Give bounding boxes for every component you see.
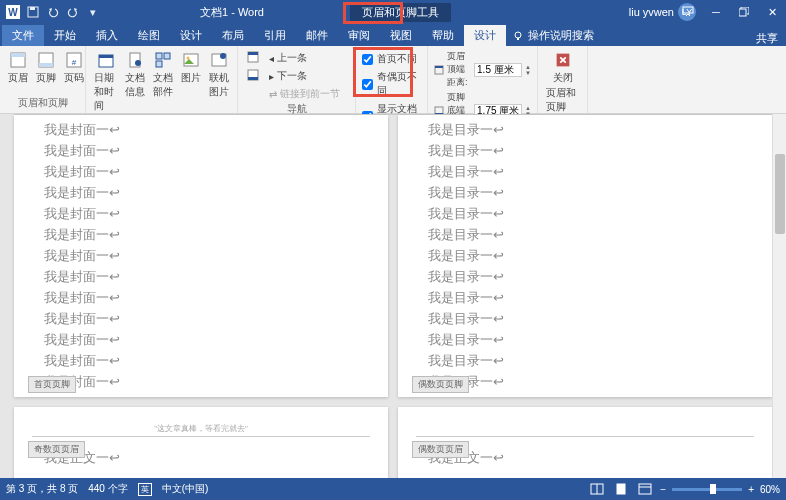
- header-footer-tag: 奇数页页眉: [28, 441, 85, 458]
- link-prev-button[interactable]: ⇄链接到前一节: [266, 86, 343, 102]
- doc-line: 我是封面一↩: [44, 268, 358, 286]
- doc-line: 我是封面一↩: [44, 331, 358, 349]
- page-4[interactable]: 偶数页页眉 我是正文一↩: [398, 407, 772, 478]
- doc-line: 我是封面一↩: [44, 247, 358, 265]
- language[interactable]: 中文(中国): [162, 482, 209, 496]
- spellcheck-icon[interactable]: 英: [138, 483, 152, 496]
- word-count[interactable]: 440 个字: [88, 482, 127, 496]
- svg-rect-5: [517, 38, 519, 40]
- page-header[interactable]: "这文章真棒，等看完就去": [32, 407, 370, 437]
- tab-review[interactable]: 审阅: [338, 25, 380, 46]
- tool-title: 页眉和页脚工具: [350, 3, 451, 22]
- doc-line: 我是目录一↩: [428, 268, 742, 286]
- bulb-icon: [512, 30, 524, 42]
- page-header[interactable]: [416, 407, 754, 437]
- tab-hf-design[interactable]: 设计: [464, 25, 506, 46]
- title-bar: W ▾ 文档1 - Word 页眉和页脚工具 liu yvwen LY ─ ✕: [0, 0, 786, 24]
- page-3[interactable]: "这文章真棒，等看完就去" 奇数页页眉 我是正文一↩: [14, 407, 388, 478]
- doc-line: 我是封面一↩: [44, 184, 358, 202]
- svg-rect-17: [164, 53, 170, 59]
- header-icon: [8, 50, 28, 70]
- svg-rect-16: [156, 53, 162, 59]
- print-layout-icon[interactable]: [612, 481, 630, 497]
- prev-button[interactable]: ◂上一条: [266, 50, 343, 66]
- doc-line: 我是目录一↩: [428, 184, 742, 202]
- header-distance-spinner[interactable]: 页眉顶端距离:▲▼: [434, 50, 531, 89]
- tell-me-search[interactable]: 操作说明搜索: [506, 25, 600, 46]
- goto-footer-icon: [246, 68, 260, 82]
- share-button[interactable]: 共享: [756, 31, 778, 46]
- doc-line: 我是目录一↩: [428, 226, 742, 244]
- ribbon-options-icon[interactable]: [674, 0, 702, 24]
- datetime-button[interactable]: 日期和时间: [92, 48, 119, 115]
- tab-layout[interactable]: 布局: [212, 25, 254, 46]
- doc-line: 我是封面一↩: [44, 289, 358, 307]
- docinfo-button[interactable]: 文档信息: [123, 48, 147, 101]
- tab-design[interactable]: 设计: [170, 25, 212, 46]
- tab-draw[interactable]: 绘图: [128, 25, 170, 46]
- goto-header-button[interactable]: [244, 48, 262, 66]
- header-dist-input[interactable]: [474, 63, 522, 77]
- page-2[interactable]: 我是目录一↩ 我是目录一↩ 我是目录一↩ 我是目录一↩ 我是目录一↩ 我是目录一…: [398, 115, 772, 397]
- first-page-diff-checkbox[interactable]: 首页不同: [362, 51, 417, 67]
- doc-line: 我是封面一↩: [44, 163, 358, 181]
- svg-rect-28: [435, 66, 443, 68]
- docinfo-icon: [125, 50, 145, 70]
- doc-line: 我是正文一↩: [44, 449, 358, 467]
- svg-rect-1: [30, 7, 35, 10]
- read-mode-icon[interactable]: [588, 481, 606, 497]
- document-title: 文档1 - Word: [200, 5, 264, 20]
- header-footer-tag: 偶数页页眉: [412, 441, 469, 458]
- minimize-icon[interactable]: ─: [702, 0, 730, 24]
- svg-rect-26: [248, 77, 258, 80]
- user-name: liu yvwen: [629, 6, 674, 18]
- tab-home[interactable]: 开始: [44, 25, 86, 46]
- page-1[interactable]: 我是封面一↩ 我是封面一↩ 我是封面一↩ 我是封面一↩ 我是封面一↩ 我是封面一…: [14, 115, 388, 397]
- scrollbar-thumb[interactable]: [775, 154, 785, 234]
- undo-icon[interactable]: [46, 5, 60, 19]
- header-button[interactable]: 页眉: [6, 48, 30, 87]
- tab-insert[interactable]: 插入: [86, 25, 128, 46]
- svg-rect-18: [156, 61, 162, 67]
- pagenum-button[interactable]: #页码: [62, 48, 86, 87]
- calendar-icon: [96, 50, 116, 70]
- tab-view[interactable]: 视图: [380, 25, 422, 46]
- save-icon[interactable]: [26, 5, 40, 19]
- vertical-scrollbar[interactable]: [772, 114, 786, 478]
- goto-footer-button[interactable]: [244, 66, 262, 84]
- svg-rect-34: [617, 484, 625, 494]
- svg-point-20: [187, 57, 190, 60]
- spinner-arrows[interactable]: ▲▼: [525, 64, 531, 76]
- footer-icon: [36, 50, 56, 70]
- close-hf-icon: [553, 50, 573, 70]
- zoom-out-icon[interactable]: −: [660, 484, 666, 495]
- restore-icon[interactable]: [730, 0, 758, 24]
- zoom-slider[interactable]: [672, 488, 742, 491]
- tab-mailings[interactable]: 邮件: [296, 25, 338, 46]
- doc-line: 我是目录一↩: [428, 142, 742, 160]
- tab-references[interactable]: 引用: [254, 25, 296, 46]
- next-button[interactable]: ▸下一条: [266, 68, 343, 84]
- picture-button[interactable]: 图片: [179, 48, 203, 87]
- tab-help[interactable]: 帮助: [422, 25, 464, 46]
- document-area: 我是封面一↩ 我是封面一↩ 我是封面一↩ 我是封面一↩ 我是封面一↩ 我是封面一…: [0, 114, 786, 478]
- slider-knob[interactable]: [710, 484, 716, 494]
- page-count[interactable]: 第 3 页，共 8 页: [6, 482, 78, 496]
- close-icon[interactable]: ✕: [758, 0, 786, 24]
- svg-point-15: [135, 60, 141, 66]
- redo-icon[interactable]: [66, 5, 80, 19]
- doc-line: 我是目录一↩: [428, 121, 742, 139]
- online-picture-button[interactable]: 联机图片: [207, 48, 231, 101]
- odd-even-diff-checkbox[interactable]: 奇偶页不同: [362, 69, 421, 99]
- zoom-in-icon[interactable]: +: [748, 484, 754, 495]
- footer-button[interactable]: 页脚: [34, 48, 58, 87]
- doc-line: 我是封面一↩: [44, 310, 358, 328]
- qat-dropdown-icon[interactable]: ▾: [86, 5, 100, 19]
- tab-file[interactable]: 文件: [2, 25, 44, 46]
- svg-rect-24: [248, 52, 258, 55]
- zoom-level[interactable]: 60%: [760, 484, 780, 495]
- close-hf-button[interactable]: 关闭页眉和页脚: [544, 48, 581, 116]
- svg-rect-35: [639, 484, 651, 494]
- web-layout-icon[interactable]: [636, 481, 654, 497]
- docparts-button[interactable]: 文档部件: [151, 48, 175, 101]
